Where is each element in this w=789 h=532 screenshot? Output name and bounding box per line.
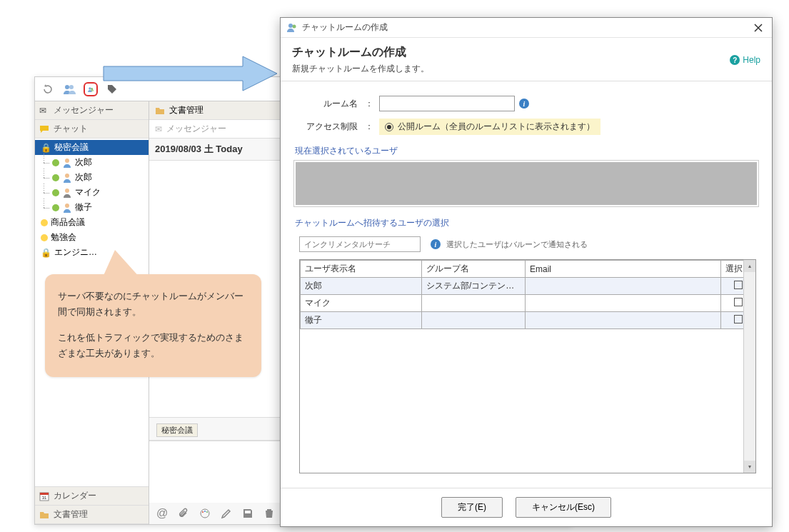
status-dot-icon [52,189,59,196]
svg-point-10 [65,159,69,163]
dialog-subtitle: 新規チャットルームを作成します。 [292,63,730,75]
help-icon: ? [730,55,740,65]
annotation-arrow [100,54,278,94]
dialog-footer: 完了(E) キャンセル(Esc) [281,488,772,526]
access-label: アクセス制限 [293,121,365,133]
user-table: ユーザ表示名 グループ名 Email 選択 次郎 システム部/コンテン… [299,259,756,473]
cell-group [422,295,526,312]
scroll-up-icon[interactable]: ▴ [744,260,755,272]
tree-room[interactable]: 勉強会 [35,230,149,245]
scroll-down-icon[interactable]: ▾ [744,461,755,473]
tree-member-label: マイク [75,186,101,199]
table-row[interactable]: 徹子 [301,312,755,329]
cell-email [526,278,721,295]
vertical-scrollbar[interactable]: ▴ ▾ [743,260,755,473]
attach-icon[interactable] [178,508,189,519]
lock-icon: 🔒 [41,143,51,153]
user-icon [62,188,72,198]
selected-users-fieldset: 現在選択されているユーザ [293,145,759,207]
cell-email [526,312,721,329]
tree-room-label: 秘密会議 [54,141,89,154]
status-dot-icon [52,159,59,166]
invite-users-legend: チャットルームへ招待するユーザの選択 [293,217,759,232]
invite-users-fieldset: チャットルームへ招待するユーザの選択 i 選択したユーザはバルーンで通知される … [293,217,759,473]
col-user[interactable]: ユーザ表示名 [301,261,422,278]
create-chatroom-icon[interactable]: + [84,82,98,96]
chat-icon [39,124,49,134]
svg-point-13 [65,204,69,208]
annotation-callout: サーバ不要なのにチャットルームがメンバー間で同期されます。 これを低トラフィック… [45,274,261,377]
svg-rect-15 [40,493,49,495]
sidebar-section-label: カレンダー [54,490,96,502]
tree-room[interactable]: 商品会議 [35,215,149,230]
sidebar-section-chat[interactable]: チャット [35,120,149,139]
save-icon[interactable] [242,508,253,519]
table-row[interactable]: マイク [301,295,755,312]
cancel-button[interactable]: キャンセル(Esc) [516,497,611,518]
close-button[interactable] [750,20,766,36]
tree-member[interactable]: マイク [35,185,149,200]
tree-room-selected[interactable]: 🔒 秘密会議 [35,140,149,155]
dialog-header: チャットルームの作成 新規チャットルームを作成します。 ? Help [281,38,772,81]
user-search-input[interactable] [299,236,421,252]
room-dot-icon [41,234,48,241]
tree-member-label: 次郎 [75,171,92,184]
svg-point-23 [206,511,208,513]
group-icon[interactable] [62,82,76,96]
access-row: アクセス制限 ： 公開ルーム（全員のルームリストに表示されます） [293,119,759,135]
user-icon [62,173,72,183]
help-link[interactable]: ? Help [730,45,760,75]
tree-member[interactable]: 徹子 [35,200,149,215]
sidebar-section-label: チャット [54,123,88,135]
mail-icon: ✉ [155,124,162,134]
create-chatroom-dialog: チャットルームの作成 チャットルームの作成 新規チャットルームを作成します。 ?… [280,17,773,527]
checkbox-icon [734,281,743,289]
palette-icon[interactable] [199,508,211,519]
cell-group: システム部/コンテン… [422,278,526,295]
table-row[interactable]: 次郎 システム部/コンテン… [301,278,755,295]
balloon-hint: 選択したユーザはバルーンで通知される [446,239,588,250]
sidebar-section-messenger[interactable]: ✉ メッセンジャー [35,101,149,120]
col-group[interactable]: グループ名 [422,261,526,278]
refresh-icon[interactable] [41,82,55,96]
tree-member-label: 徹子 [75,201,92,214]
trash-icon[interactable] [263,508,275,519]
svg-text:31: 31 [42,496,47,500]
tree-member[interactable]: 次郎 [35,170,149,185]
info-icon[interactable]: i [519,99,529,109]
room-name-label: ルーム名 [293,98,365,110]
info-icon[interactable]: i [431,239,441,249]
svg-point-22 [204,511,206,512]
edit-icon[interactable] [221,508,232,519]
folder-icon [155,106,165,116]
cell-group [422,312,526,329]
svg-point-20 [201,509,209,518]
dialog-body: ルーム名 ： i アクセス制限 ： 公開ルーム（全員のルームリストに表示されます… [281,81,772,488]
svg-point-2 [89,87,91,89]
mail-icon: ✉ [39,106,49,116]
folder-icon [39,510,49,520]
tree-room-label: 勉強会 [51,231,76,244]
tree-room-label: エンジニ… [54,246,97,259]
room-name-row: ルーム名 ： i [293,96,759,111]
svg-point-21 [202,511,203,513]
calendar-icon: 31 [39,491,49,501]
dialog-titlebar-text: チャットルームの作成 [302,21,750,34]
room-name-input[interactable] [379,96,515,111]
cell-user: マイク [301,295,422,312]
access-public-option[interactable]: 公開ルーム（全員のルームリストに表示されます） [379,119,600,135]
col-email[interactable]: Email [526,261,721,278]
sidebar-section-docs[interactable]: 文書管理 [35,506,149,524]
room-dot-icon [41,219,48,226]
sidebar-section-calendar[interactable]: 31 カレンダー [35,487,149,506]
status-dot-icon [52,204,59,211]
svg-point-25 [293,24,296,28]
tree-room-label: 商品会議 [51,216,85,229]
cell-user: 徹子 [301,312,422,329]
mention-icon[interactable]: @ [156,507,168,520]
checkbox-icon [734,298,743,306]
tree-member[interactable]: 次郎 [35,155,149,170]
group-add-icon [286,22,298,34]
pane-tab-label: 文書管理 [169,104,203,116]
ok-button[interactable]: 完了(E) [441,497,503,518]
